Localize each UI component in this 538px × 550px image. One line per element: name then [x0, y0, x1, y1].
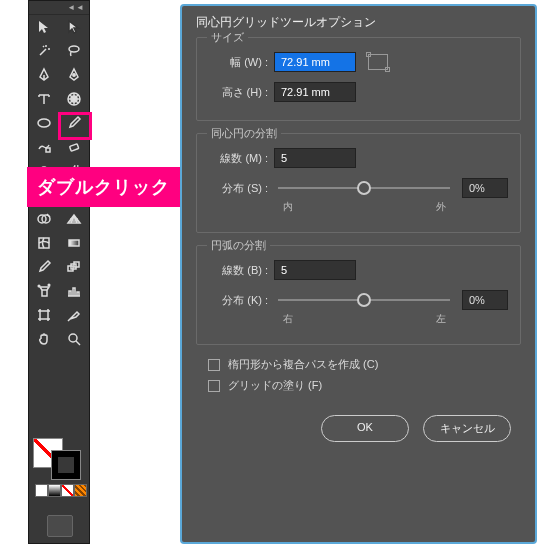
stroke-swatch[interactable] [51, 450, 81, 480]
svg-rect-6 [70, 144, 79, 151]
eraser-tool[interactable] [59, 135, 89, 159]
pen-tool[interactable] [29, 63, 59, 87]
radial-skew-label: 分布 (K) : [209, 293, 274, 308]
ellipse-tool[interactable] [29, 111, 59, 135]
draw-mode[interactable] [74, 484, 87, 497]
fill-stroke-swatches [33, 438, 87, 497]
skew-right-label: 外 [436, 200, 446, 214]
skew-left-label: 内 [283, 200, 293, 214]
selection-tool[interactable] [29, 15, 59, 39]
gradient-mode[interactable] [48, 484, 61, 497]
slider-thumb[interactable] [357, 293, 371, 307]
collapse-icon: ◄◄ [67, 3, 85, 12]
curvature-tool[interactable] [59, 63, 89, 87]
eyedropper-tool[interactable] [29, 255, 59, 279]
gradient-tool[interactable] [59, 231, 89, 255]
svg-rect-24 [40, 311, 48, 319]
svg-rect-21 [42, 290, 47, 296]
tools-panel: ◄◄ [28, 0, 90, 544]
shape-builder-tool[interactable] [29, 207, 59, 231]
color-mode[interactable] [35, 484, 48, 497]
shaper-tool[interactable] [29, 135, 59, 159]
size-group-title: サイズ [207, 30, 248, 45]
slider-thumb[interactable] [357, 181, 371, 195]
panel-collapse[interactable]: ◄◄ [29, 1, 89, 15]
radial-group: 円弧の分割 線数 (B) : 5 分布 (K) : 0% 右 左 [196, 245, 521, 345]
radial-count-input[interactable]: 5 [274, 260, 356, 280]
radial-skew-value[interactable]: 0% [462, 290, 508, 310]
compound-path-label: 楕円形から複合パスを作成 (C) [228, 357, 378, 372]
compound-path-checkbox-row[interactable]: 楕円形から複合パスを作成 (C) [208, 357, 521, 372]
concentric-count-input[interactable]: 5 [274, 148, 356, 168]
fill-grid-checkbox-row[interactable]: グリッドの塗り (F) [208, 378, 521, 393]
polar-grid-options-dialog: 同心円グリッドツールオプション サイズ 幅 (W) : 72.91 mm 高さ … [180, 4, 537, 544]
radial-count-label: 線数 (B) : [209, 263, 274, 278]
direct-selection-tool[interactable] [59, 15, 89, 39]
svg-point-0 [69, 46, 79, 52]
width-label: 幅 (W) : [209, 55, 274, 70]
concentric-group: 同心円の分割 線数 (M) : 5 分布 (S) : 0% 内 外 [196, 133, 521, 233]
concentric-group-title: 同心円の分割 [207, 126, 281, 141]
perspective-grid-tool[interactable] [59, 207, 89, 231]
hand-tool[interactable] [29, 327, 59, 351]
skew-left-label: 右 [283, 312, 293, 326]
reference-point-icon[interactable] [368, 54, 388, 70]
width-input[interactable]: 72.91 mm [274, 52, 356, 72]
polar-grid-tool[interactable] [59, 87, 89, 111]
svg-point-1 [73, 74, 75, 76]
cancel-button[interactable]: キャンセル [423, 415, 511, 442]
height-label: 高さ (H) : [209, 85, 274, 100]
height-input[interactable]: 72.91 mm [274, 82, 356, 102]
size-group: サイズ 幅 (W) : 72.91 mm 高さ (H) : 72.91 mm [196, 37, 521, 121]
screen-mode-button[interactable] [47, 515, 73, 537]
svg-rect-5 [46, 148, 50, 152]
magic-wand-tool[interactable] [29, 39, 59, 63]
svg-point-23 [48, 284, 50, 286]
fill-grid-label: グリッドの塗り (F) [228, 378, 322, 393]
zoom-tool[interactable] [59, 327, 89, 351]
none-mode[interactable] [61, 484, 74, 497]
svg-point-22 [38, 285, 40, 287]
callout-annotation: ダブルクリック [27, 167, 180, 207]
ok-button[interactable]: OK [321, 415, 409, 442]
svg-point-25 [69, 334, 77, 342]
artboard-tool[interactable] [29, 303, 59, 327]
svg-rect-17 [69, 240, 79, 246]
skew-right-label: 左 [436, 312, 446, 326]
blend-tool[interactable] [59, 255, 89, 279]
paintbrush-tool[interactable] [59, 111, 89, 135]
concentric-count-label: 線数 (M) : [209, 151, 274, 166]
concentric-skew-value[interactable]: 0% [462, 178, 508, 198]
type-tool[interactable] [29, 87, 59, 111]
radial-group-title: 円弧の分割 [207, 238, 270, 253]
radial-skew-slider[interactable] [278, 299, 450, 301]
concentric-skew-slider[interactable] [278, 187, 450, 189]
concentric-skew-label: 分布 (S) : [209, 181, 274, 196]
mesh-tool[interactable] [29, 231, 59, 255]
checkbox-icon[interactable] [208, 380, 220, 392]
svg-point-4 [38, 119, 50, 127]
lasso-tool[interactable] [59, 39, 89, 63]
column-graph-tool[interactable] [59, 279, 89, 303]
checkbox-icon[interactable] [208, 359, 220, 371]
symbol-sprayer-tool[interactable] [29, 279, 59, 303]
slice-tool[interactable] [59, 303, 89, 327]
